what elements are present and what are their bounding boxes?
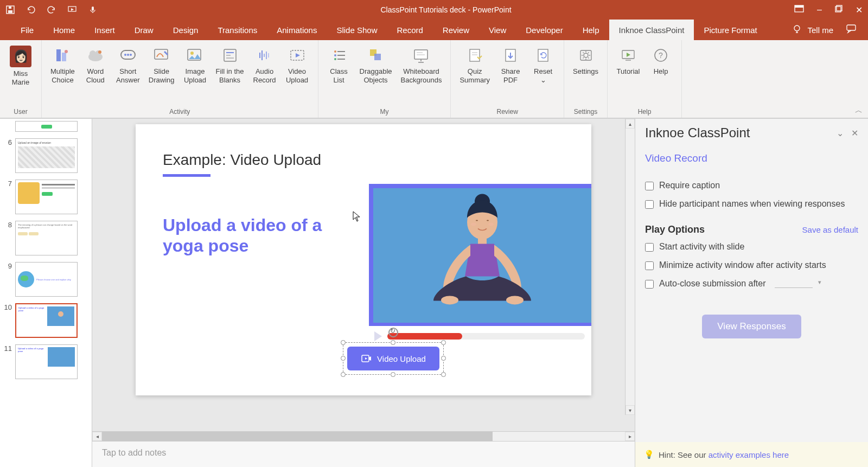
resize-handle[interactable] [341,340,346,345]
scroll-left-icon[interactable]: ◂ [92,432,102,441]
close-pane-icon[interactable]: ✕ [851,128,858,138]
chevron-down-icon[interactable]: ⌄ [837,128,844,138]
slide-thumb-6[interactable]: Upload an image of erosion [15,138,78,173]
whiteboard-button[interactable]: Whiteboard Backgrounds [398,43,445,107]
tab-record[interactable]: Record [387,20,432,40]
video-upload-button[interactable]: Video Upload [282,43,312,107]
resize-handle[interactable] [441,340,446,345]
tab-slideshow[interactable]: Slide Show [327,20,387,40]
tab-design[interactable]: Design [163,20,208,40]
horizontal-scrollbar[interactable]: ◂ ▸ [92,431,635,441]
tab-home[interactable]: Home [43,20,85,40]
multiple-choice-icon [53,46,72,65]
tab-insert[interactable]: Insert [85,20,125,40]
tab-developer[interactable]: Developer [516,20,572,40]
start-with-slide-checkbox[interactable] [645,243,654,252]
scroll-right-icon[interactable]: ▸ [625,432,635,441]
maximize-icon[interactable] [835,5,843,15]
slide-thumb-10[interactable]: Upload a video of a yoga pose [15,303,78,338]
save-icon[interactable] [5,5,15,15]
resize-handle[interactable] [341,356,346,361]
tab-animations[interactable]: Animations [267,20,327,40]
resize-handle[interactable] [391,340,395,345]
minimize-option[interactable]: Minimize activity window after activity … [645,256,858,274]
collapse-ribbon-icon[interactable]: ︿ [855,106,863,116]
settings-button[interactable]: Settings [570,43,602,107]
class-list-button[interactable]: Class List [324,43,354,107]
svg-point-70 [506,296,524,304]
close-icon[interactable]: ✕ [856,5,863,15]
autoclose-option[interactable]: Auto-close submission after ▾ [645,274,858,293]
video-upload-activity-button[interactable]: Video Upload [347,347,439,370]
tab-transitions[interactable]: Transitions [208,20,267,40]
short-answer-button[interactable]: Short Answer [113,43,143,107]
autoclose-input[interactable] [775,279,813,288]
tutorial-button[interactable]: Tutorial [613,43,643,107]
scroll-thumb[interactable] [102,432,493,441]
slide-thumbnails[interactable]: 6Upload an image of erosion 7 8The meani… [0,119,92,467]
ribbon-group-my: Class List Draggable Objects Whiteboard … [318,40,451,118]
minimize-icon[interactable]: – [817,5,822,15]
dropdown-icon[interactable]: ▾ [818,279,821,286]
minimize-checkbox[interactable] [645,261,654,270]
notes-pane[interactable]: Tap to add notes [92,441,635,467]
draggable-objects-button[interactable]: Draggable Objects [356,43,395,107]
share-pdf-button[interactable]: Share PDF [495,43,526,107]
hint-link[interactable]: activity examples here [709,450,789,459]
mic-icon[interactable] [88,5,98,15]
undo-icon[interactable] [26,5,36,15]
tab-review[interactable]: Review [433,20,479,40]
autoclose-checkbox[interactable] [645,280,654,289]
slide-thumb-8[interactable]: The meaning of a phrase can change based… [15,221,78,255]
start-with-slide-option[interactable]: Start activity with slide [645,238,858,256]
tab-view[interactable]: View [479,20,516,40]
scroll-down-icon[interactable]: ▾ [626,405,635,415]
slide-thumb-11[interactable]: Upload a video of a yoga pose [15,344,78,379]
vertical-scrollbar[interactable]: ▴ ▾ [625,119,635,415]
slide-title: Example: Video Upload [163,151,564,169]
rotate-handle-icon[interactable] [388,328,398,337]
slide-thumb-7[interactable] [15,180,78,214]
quiz-summary-button[interactable]: Quiz Summary [456,43,493,107]
tab-classpoint[interactable]: Inknoe ClassPoint [609,20,694,40]
tab-help[interactable]: Help [573,20,609,40]
resize-handle[interactable] [441,356,446,361]
require-caption-checkbox[interactable] [645,182,654,190]
tellme-label[interactable]: Tell me [807,25,833,35]
multiple-choice-button[interactable]: Multiple Choice [47,43,78,107]
user-profile[interactable]: 👩🏻 Miss Marie [5,43,36,107]
slide-drawing-button[interactable]: Slide Drawing [145,43,178,107]
svg-point-65 [488,222,494,226]
help-button[interactable]: ? Help [646,43,676,107]
slide-canvas[interactable]: Example: Video Upload Upload a video of … [136,124,591,395]
hide-names-checkbox[interactable] [645,200,654,209]
tellme-icon[interactable] [792,24,802,36]
play-icon[interactable] [374,331,382,341]
hide-names-option[interactable]: Hide participant names when viewing resp… [645,195,858,213]
progress-bar[interactable] [387,333,585,340]
scroll-up-icon[interactable]: ▴ [626,119,635,129]
audio-record-button[interactable]: Audio Record [250,43,280,107]
slide-thumb-5-partial[interactable] [15,121,78,132]
reset-button[interactable]: Reset⌄ [528,43,558,107]
tab-picture-format[interactable]: Picture Format [694,20,767,40]
require-caption-option[interactable]: Require caption [645,176,858,195]
bulb-icon: 💡 [644,450,654,459]
resize-handle[interactable] [391,372,395,377]
resize-handle[interactable] [341,372,346,377]
resize-handle[interactable] [441,372,446,377]
fill-blanks-button[interactable]: Fill in the Blanks [212,43,247,107]
view-responses-button[interactable]: View Responses [702,315,801,338]
pane-title: Inknoe ClassPoint [645,125,829,140]
comments-icon[interactable] [846,24,857,36]
present-icon[interactable] [67,5,77,15]
slide-thumb-9[interactable]: Please choose one and explain why [15,262,78,297]
save-default-link[interactable]: Save as default [802,225,858,234]
redo-icon[interactable] [47,5,56,15]
tab-draw[interactable]: Draw [125,20,163,40]
image-upload-button[interactable]: Image Upload [180,43,210,107]
svg-rect-4 [92,7,94,11]
word-cloud-button[interactable]: Word Cloud [80,43,111,107]
tab-file[interactable]: File [11,20,43,40]
ribbon-mode-icon[interactable] [794,5,804,15]
